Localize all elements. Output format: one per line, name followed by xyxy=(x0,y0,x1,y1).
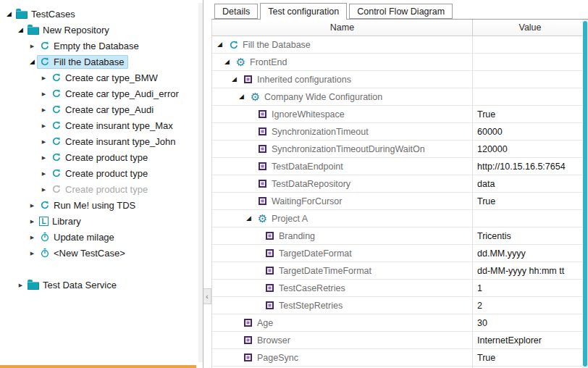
tree-item-empty-the-database[interactable]: ▶Empty the Database xyxy=(0,38,203,54)
tree-item-create-car-type-audi[interactable]: ▶Create car type_Audi xyxy=(0,101,203,117)
config-row-browser[interactable]: BrowserInternetExplorer xyxy=(212,332,588,349)
column-header-value[interactable]: Value xyxy=(473,20,588,35)
tree-item-create-car-type-bmw[interactable]: ▶Create car type_BMW xyxy=(0,70,203,85)
config-value-cell[interactable] xyxy=(473,88,588,105)
expand-arrow-icon[interactable]: ▶ xyxy=(39,171,49,176)
config-value-cell[interactable]: 30 xyxy=(473,314,588,331)
config-row-age[interactable]: Age30 xyxy=(212,314,588,332)
config-row-pagesync[interactable]: PageSyncTrue xyxy=(212,349,588,367)
tree-item-label: Test Data Service xyxy=(43,280,117,290)
expand-arrow-icon[interactable]: ▶ xyxy=(39,107,49,112)
config-row-testcaseretries[interactable]: TestCaseRetries1 xyxy=(212,280,588,297)
tree-item-create-insurant-type-john[interactable]: ▶Create insurant type_John xyxy=(0,133,203,149)
config-value-cell[interactable] xyxy=(473,210,588,227)
config-name-label: Age xyxy=(257,318,273,328)
config-value-cell[interactable]: data xyxy=(473,175,588,192)
config-name-label: Project A xyxy=(272,214,308,224)
tree-item-testcases[interactable]: ◢TestCases xyxy=(0,6,203,22)
grid-vertical-scrollbar[interactable] xyxy=(582,20,588,368)
refresh-icon xyxy=(51,136,62,147)
tree-item-new-repository[interactable]: ◢New Repository xyxy=(0,22,203,38)
config-value-cell[interactable]: True xyxy=(473,349,588,366)
config-row-synchronizationtimeout[interactable]: SynchronizationTimeout60000 xyxy=(212,123,588,141)
expand-arrow-icon[interactable]: ▶ xyxy=(39,155,49,160)
config-value-cell[interactable] xyxy=(473,54,588,70)
expand-arrow-icon[interactable]: ▶ xyxy=(28,235,37,240)
tab-test-configuration[interactable]: Test configuration xyxy=(260,3,347,20)
config-row-targetdateformat[interactable]: TargetDateFormatdd.MM.yyyy xyxy=(212,245,588,262)
collapse-arrow-icon[interactable]: ◢ xyxy=(222,59,232,65)
config-row-targetdatetimeformat[interactable]: TargetDateTimeFormatdd-MM-yyyy hh:mm tt xyxy=(212,262,588,280)
expand-arrow-icon[interactable]: ▶ xyxy=(16,283,25,288)
expand-arrow-icon[interactable]: ▶ xyxy=(28,251,37,256)
config-value-cell[interactable]: 1 xyxy=(473,280,588,296)
tree-item-fill-the-database[interactable]: ◢Fill the Database xyxy=(0,54,203,70)
tree-item-new-testcase[interactable]: ▶<New TestCase> xyxy=(0,245,203,261)
scrollbar-thumb[interactable] xyxy=(583,21,587,367)
config-value-cell[interactable]: InternetExplorer xyxy=(473,332,588,348)
expand-arrow-icon[interactable]: ▶ xyxy=(28,43,37,49)
collapse-arrow-icon[interactable]: ◢ xyxy=(237,93,246,100)
tree-item-library[interactable]: ▶Library xyxy=(0,213,203,229)
tree-item-label: Run Me! using TDS xyxy=(54,200,135,211)
config-value-cell[interactable] xyxy=(473,71,588,88)
panel-splitter[interactable]: ‹ xyxy=(203,0,211,368)
tree-item-create-product-type[interactable]: ▶Create product type xyxy=(0,165,203,181)
config-value-cell[interactable]: Tricentis xyxy=(473,227,588,244)
tree-item-create-car-type-audi-error[interactable]: ▶Create car type_Audi_error xyxy=(0,85,203,101)
tree-item-label: Create car type_BMW xyxy=(65,72,158,83)
config-value-cell[interactable]: 2 xyxy=(473,297,588,314)
config-row-testdataendpoint[interactable]: TestDataEndpointhttp://10.15.16.5:7654 xyxy=(212,158,588,175)
expand-arrow-icon[interactable]: ▶ xyxy=(39,139,49,144)
config-row-ignorewhitespace[interactable]: IgnoreWhitespaceTrue xyxy=(212,106,588,123)
tab-control-flow-diagram[interactable]: Control Flow Diagram xyxy=(349,4,453,19)
tree-item-run-me-using-tds[interactable]: ▶Run Me! using TDS xyxy=(0,197,203,213)
tree-item-label: Empty the Database xyxy=(54,41,139,51)
tree-item-create-insurant-type-max[interactable]: ▶Create insurant type_Max xyxy=(0,117,203,133)
expand-arrow-icon[interactable]: ▶ xyxy=(39,187,49,192)
tree-item-content: Fill the Database xyxy=(37,55,128,69)
config-row-testdatarepository[interactable]: TestDataRepositorydata xyxy=(212,175,588,193)
config-value-cell[interactable]: 60000 xyxy=(473,123,588,140)
expand-arrow-icon[interactable]: ▶ xyxy=(39,75,49,80)
config-row-waitingforcursor[interactable]: WaitingForCursorTrue xyxy=(212,193,588,210)
collapse-arrow-icon[interactable]: ◢ xyxy=(244,215,253,222)
tree-vertical-scrollbar[interactable] xyxy=(198,3,203,362)
column-header-name[interactable]: Name xyxy=(212,20,473,35)
config-row-branding[interactable]: BrandingTricentis xyxy=(212,227,588,245)
tree-item-update-milage[interactable]: ▶Update milage xyxy=(0,229,203,245)
config-row-company-wide-configuration[interactable]: ◢Company Wide Configuration xyxy=(212,88,588,106)
config-value-cell[interactable]: 120000 xyxy=(473,141,588,157)
config-row-fill-the-database[interactable]: ◢Fill the Database xyxy=(212,36,588,54)
collapse-arrow-icon[interactable]: ◢ xyxy=(230,76,239,83)
config-row-synchronizationtimeoutduringwaiton[interactable]: SynchronizationTimeoutDuringWaitOn120000 xyxy=(212,141,588,158)
collapse-arrow-icon[interactable]: ◢ xyxy=(16,27,25,33)
config-value-cell[interactable]: True xyxy=(473,193,588,209)
refresh-icon xyxy=(39,200,50,211)
config-row-teststepretries[interactable]: TestStepRetries2 xyxy=(212,297,588,314)
config-value-cell[interactable] xyxy=(473,36,588,53)
config-row-inherited-configurations[interactable]: ◢Inherited configurations xyxy=(212,71,588,88)
param-icon xyxy=(266,284,274,292)
tree-item-create-product-type[interactable]: ▶Create product type xyxy=(0,149,203,165)
tree-horizontal-scrollbar[interactable] xyxy=(0,365,196,368)
expand-arrow-icon[interactable]: ▶ xyxy=(39,91,49,96)
configuration-grid: Name Value ◢Fill the Database◢FrontEnd◢I… xyxy=(211,19,588,368)
expand-arrow-icon[interactable]: ▶ xyxy=(39,123,49,128)
config-value-cell[interactable]: dd.MM.yyyy xyxy=(473,245,588,262)
tab-details[interactable]: Details xyxy=(214,4,258,19)
expand-arrow-icon[interactable]: ▶ xyxy=(28,219,37,224)
tree-item-test-data-service[interactable]: ▶Test Data Service xyxy=(0,277,203,293)
collapse-panel-button[interactable]: ‹ xyxy=(203,288,211,304)
collapse-arrow-icon[interactable]: ◢ xyxy=(215,41,224,48)
collapse-arrow-icon[interactable]: ◢ xyxy=(4,11,14,17)
tree-item-create-product-type[interactable]: ▶Create product type xyxy=(0,181,203,197)
config-value-cell[interactable]: http://10.15.16.5:7654 xyxy=(473,158,588,175)
app-window: ◢TestCases◢New Repository▶Empty the Data… xyxy=(0,0,588,368)
config-value-cell[interactable]: dd-MM-yyyy hh:mm tt xyxy=(473,262,588,279)
config-row-frontend[interactable]: ◢FrontEnd xyxy=(212,54,588,71)
config-row-project-a[interactable]: ◢Project A xyxy=(212,210,588,227)
config-value-cell[interactable]: True xyxy=(473,106,588,122)
expand-arrow-icon[interactable]: ▶ xyxy=(28,203,37,208)
collapse-arrow-icon[interactable]: ◢ xyxy=(28,59,37,65)
